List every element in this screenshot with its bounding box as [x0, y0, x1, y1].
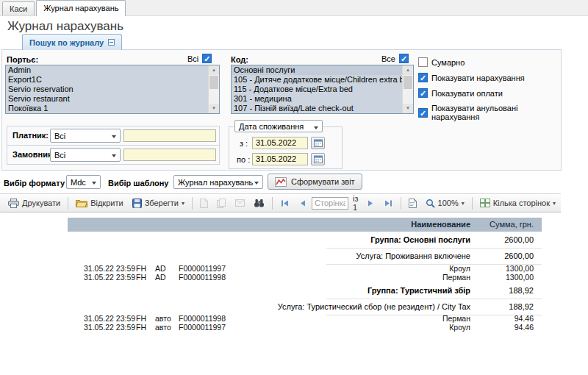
report-header-row: Наименование Сумма, грн.: [68, 218, 542, 232]
list-item[interactable]: 105 - Дитяче додаткове місце/Children ex…: [232, 75, 402, 85]
list-item[interactable]: Покоївка 1: [6, 104, 208, 113]
detail-mode: AD: [155, 264, 166, 273]
email-button[interactable]: [232, 198, 248, 208]
first-page-button[interactable]: [276, 198, 293, 209]
summary-label: Сумарно: [431, 58, 465, 67]
last-page-icon: [384, 199, 393, 207]
multi-page-icon: [480, 199, 490, 207]
group-title: Группа: Туристичний збір: [368, 286, 470, 295]
detail-guest: Перман: [442, 273, 470, 282]
scroll-up-icon[interactable]: ▲: [403, 65, 413, 75]
report-detail-row: 31.05.22 23:59 FH авто F0000011997 Кроул…: [68, 323, 542, 333]
code-scrollbar[interactable]: ▲ ▼: [402, 65, 413, 113]
copy-button[interactable]: [213, 197, 230, 210]
show-accruals-checkbox[interactable]: [418, 73, 428, 82]
show-payments-checkbox[interactable]: [418, 88, 428, 98]
find-button[interactable]: [250, 197, 268, 209]
detail-mode: авто: [155, 323, 171, 332]
payer-select[interactable]: Всі: [50, 129, 121, 143]
save-icon: [132, 199, 142, 208]
porter-all-checkbox[interactable]: [202, 54, 212, 63]
payer-input[interactable]: [123, 129, 216, 142]
page-layout-select[interactable]: Кілька сторінок ▾: [476, 197, 559, 209]
date-to-input[interactable]: 31.05.2022: [252, 153, 308, 165]
list-item[interactable]: Основні послуги: [232, 65, 402, 75]
customer-select[interactable]: Всі: [50, 148, 121, 162]
porter-label: Портьє:: [7, 55, 38, 64]
code-all-checkbox[interactable]: [399, 54, 409, 63]
customer-input[interactable]: [123, 149, 216, 161]
code-listbox[interactable]: Основні послуги 105 - Дитяче додаткове м…: [231, 65, 414, 114]
separator: [272, 197, 273, 210]
report-service-row: Услуга: Туристический сбор (не резидент)…: [68, 302, 542, 312]
format-select[interactable]: Mdc: [66, 175, 101, 189]
detail-guest: Кроул: [449, 264, 470, 273]
list-item[interactable]: Servio restaurant: [6, 94, 208, 104]
list-item[interactable]: 301 - медицина: [232, 94, 402, 104]
option-summary: Сумарно: [418, 57, 465, 67]
print-label: Друкувати: [22, 199, 60, 207]
tab-search-journal[interactable]: Пошук по журналу: [22, 34, 122, 50]
summary-checkbox[interactable]: [418, 57, 428, 67]
list-item[interactable]: 107 - Пізній виїзд/Late check-out: [232, 104, 402, 113]
export-button[interactable]: [196, 197, 212, 210]
payer-label: Платник:: [12, 131, 49, 140]
date-to-calendar-button[interactable]: [311, 153, 325, 165]
tab-journal-narakhuvan[interactable]: Журнал нарахувань: [36, 0, 126, 16]
porter-scrollbar[interactable]: ▲ ▼: [208, 65, 219, 113]
list-item[interactable]: 115 - Додаткове місце/Extra bed: [232, 85, 402, 94]
page-setup-icon: [409, 199, 417, 208]
detail-guest: Перман: [442, 314, 470, 323]
show-cancelled-checkbox[interactable]: [418, 108, 428, 118]
date-from-input[interactable]: 31.05.2022: [252, 137, 308, 149]
open-button[interactable]: Відкрити: [72, 197, 126, 209]
detail-type: FH: [136, 323, 146, 332]
calendar-icon: [314, 155, 323, 163]
detail-sum: 94.46: [514, 323, 534, 332]
template-label: Вибір шаблону: [108, 179, 168, 188]
page-layout-label: Кілька сторінок: [493, 199, 550, 207]
template-select[interactable]: Журнал нарахувань: [173, 175, 263, 189]
search-tab-label: Пошук по журналу: [29, 38, 104, 47]
report-group-row: Группа: Туристичний збір 188,92: [68, 286, 542, 296]
date-mode-select[interactable]: Дата споживання: [234, 120, 323, 132]
scrollbar-thumb[interactable]: [209, 76, 218, 89]
page-number-input[interactable]: [312, 197, 348, 210]
page-setup-button[interactable]: [405, 197, 420, 210]
detail-document: F0000011997: [179, 323, 226, 332]
collapse-icon[interactable]: [108, 39, 115, 46]
porter-all-row: Всі: [187, 54, 212, 63]
date-to-label: по :: [237, 155, 250, 164]
scroll-down-icon[interactable]: ▼: [209, 104, 219, 113]
report-detail-row: 31.05.22 23:59 FH AD F0000011998 Перман …: [68, 273, 542, 283]
scrollbar-thumb[interactable]: [404, 76, 412, 89]
group-sum: 2600,00: [504, 235, 534, 244]
detail-type: FH: [136, 314, 146, 323]
detail-document: F0000011998: [179, 314, 226, 323]
detail-guest: Кроул: [449, 323, 470, 332]
detail-date: 31.05.22 23:59: [84, 273, 135, 282]
porter-listbox[interactable]: Admin Export1C Servio reservation Servio…: [5, 65, 220, 114]
scroll-up-icon[interactable]: ▲: [209, 65, 219, 75]
print-button[interactable]: Друкувати: [4, 197, 64, 210]
prev-page-button[interactable]: [295, 198, 310, 209]
customer-label: Замовник:: [12, 150, 54, 159]
list-item[interactable]: Export1C: [6, 75, 208, 85]
save-label: Зберегти: [145, 199, 179, 207]
scroll-down-icon[interactable]: ▼: [403, 104, 413, 113]
zoom-select[interactable]: 100% ▾: [422, 197, 468, 210]
last-page-button[interactable]: [380, 198, 397, 209]
list-item[interactable]: Admin: [6, 65, 208, 75]
generate-report-button[interactable]: Сформувати звіт: [268, 174, 362, 190]
list-item[interactable]: Servio reservation: [6, 85, 208, 94]
tab-kasy[interactable]: Каси: [2, 1, 35, 15]
chevron-down-icon: ▾: [182, 200, 184, 207]
save-button[interactable]: Зберегти ▾: [129, 197, 188, 210]
option-show-payments: Показувати оплати: [418, 88, 503, 98]
open-label: Відкрити: [90, 199, 123, 207]
envelope-icon: [235, 199, 245, 207]
next-page-button[interactable]: [363, 198, 379, 209]
date-from-calendar-button[interactable]: [311, 137, 325, 149]
detail-type: FH: [136, 264, 146, 273]
service-title: Услуга: Туристический сбор (не резидент)…: [278, 302, 470, 311]
